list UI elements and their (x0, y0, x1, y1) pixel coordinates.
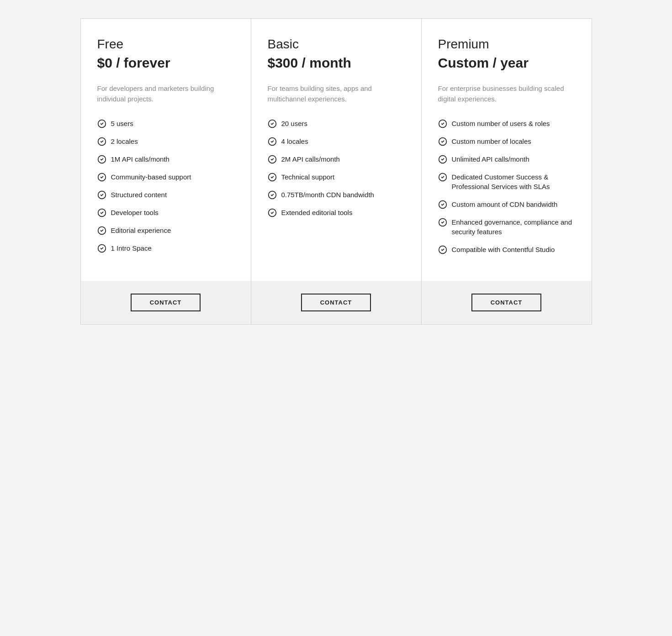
check-circle-icon (438, 119, 447, 128)
feature-item: Custom amount of CDN bandwidth (438, 200, 575, 209)
plan-price-basic: $300 / month (268, 55, 405, 71)
card-body-basic: Basic$300 / monthFor teams building site… (251, 19, 421, 281)
check-circle-icon (97, 137, 106, 146)
feature-text: 20 users (281, 119, 308, 128)
features-list-basic: 20 users 4 locales 2M API calls/month Te… (268, 119, 405, 217)
feature-item: Technical support (268, 172, 405, 182)
feature-item: Unlimited API calls/month (438, 154, 575, 164)
check-circle-icon (268, 137, 277, 146)
feature-item: Custom number of locales (438, 137, 575, 146)
feature-text: Compatible with Contentful Studio (452, 245, 555, 254)
card-footer-basic: CONTACT (251, 281, 421, 324)
feature-item: Extended editorial tools (268, 208, 405, 217)
pricing-card-premium: PremiumCustom / yearFor enterprise busin… (422, 18, 592, 325)
pricing-card-free: Free$0 / foreverFor developers and marke… (80, 18, 251, 325)
feature-item: 1M API calls/month (97, 154, 234, 164)
feature-item: 2 locales (97, 137, 234, 146)
check-circle-icon (97, 208, 106, 217)
check-circle-icon (97, 155, 106, 164)
check-circle-icon (97, 190, 106, 200)
check-circle-icon (268, 190, 277, 200)
feature-text: 5 users (111, 119, 133, 128)
feature-item: Custom number of users & roles (438, 119, 575, 128)
check-circle-icon (268, 173, 277, 182)
feature-item: Structured content (97, 190, 234, 200)
feature-text: Technical support (281, 172, 335, 182)
plan-description-basic: For teams building sites, apps and multi… (268, 84, 405, 104)
feature-text: Unlimited API calls/month (452, 154, 529, 164)
feature-text: 0.75TB/month CDN bandwidth (281, 190, 374, 200)
check-circle-icon (268, 155, 277, 164)
contact-button-premium[interactable]: CONTACT (471, 294, 542, 311)
card-footer-premium: CONTACT (422, 281, 592, 324)
check-circle-icon (438, 200, 447, 209)
check-circle-icon (438, 218, 447, 227)
check-circle-icon (438, 173, 447, 182)
feature-text: Structured content (111, 190, 167, 200)
feature-item: 4 locales (268, 137, 405, 146)
plan-price-premium: Custom / year (438, 55, 575, 71)
feature-text: Dedicated Customer Success & Professiona… (452, 172, 575, 191)
check-circle-icon (438, 155, 447, 164)
feature-text: 2 locales (111, 137, 138, 146)
feature-text: Community-based support (111, 172, 191, 182)
feature-text: Enhanced governance, compliance and secu… (452, 217, 575, 237)
plan-name-free: Free (97, 37, 234, 52)
feature-item: 0.75TB/month CDN bandwidth (268, 190, 405, 200)
card-body-premium: PremiumCustom / yearFor enterprise busin… (422, 19, 592, 281)
feature-item: 20 users (268, 119, 405, 128)
feature-text: Editorial experience (111, 226, 171, 235)
contact-button-free[interactable]: CONTACT (131, 294, 201, 311)
feature-item: 2M API calls/month (268, 154, 405, 164)
feature-text: 1M API calls/month (111, 154, 169, 164)
features-list-premium: Custom number of users & roles Custom nu… (438, 119, 575, 254)
check-circle-icon (268, 119, 277, 128)
contact-button-basic[interactable]: CONTACT (301, 294, 371, 311)
feature-text: Custom number of locales (452, 137, 531, 146)
card-footer-free: CONTACT (81, 281, 251, 324)
feature-item: Developer tools (97, 208, 234, 217)
plan-name-basic: Basic (268, 37, 405, 52)
feature-text: Custom amount of CDN bandwidth (452, 200, 558, 209)
card-body-free: Free$0 / foreverFor developers and marke… (81, 19, 251, 281)
check-circle-icon (97, 119, 106, 128)
feature-item: Dedicated Customer Success & Professiona… (438, 172, 575, 191)
pricing-card-basic: Basic$300 / monthFor teams building site… (251, 18, 422, 325)
plan-price-free: $0 / forever (97, 55, 234, 71)
check-circle-icon (438, 137, 447, 146)
feature-text: 1 Intro Space (111, 243, 152, 253)
feature-text: 2M API calls/month (281, 154, 340, 164)
plan-description-free: For developers and marketers building in… (97, 84, 234, 104)
feature-text: Developer tools (111, 208, 159, 217)
plan-description-premium: For enterprise businesses building scale… (438, 84, 575, 104)
feature-item: 5 users (97, 119, 234, 128)
feature-item: 1 Intro Space (97, 243, 234, 253)
feature-item: Community-based support (97, 172, 234, 182)
pricing-container: Free$0 / foreverFor developers and marke… (80, 18, 592, 325)
feature-text: Custom number of users & roles (452, 119, 550, 128)
check-circle-icon (268, 208, 277, 217)
check-circle-icon (97, 244, 106, 253)
plan-name-premium: Premium (438, 37, 575, 52)
check-circle-icon (438, 245, 447, 254)
check-circle-icon (97, 173, 106, 182)
feature-item: Editorial experience (97, 226, 234, 235)
check-circle-icon (97, 226, 106, 235)
feature-item: Compatible with Contentful Studio (438, 245, 575, 254)
features-list-free: 5 users 2 locales 1M API calls/month Com… (97, 119, 234, 253)
feature-text: Extended editorial tools (281, 208, 353, 217)
feature-text: 4 locales (281, 137, 308, 146)
feature-item: Enhanced governance, compliance and secu… (438, 217, 575, 237)
